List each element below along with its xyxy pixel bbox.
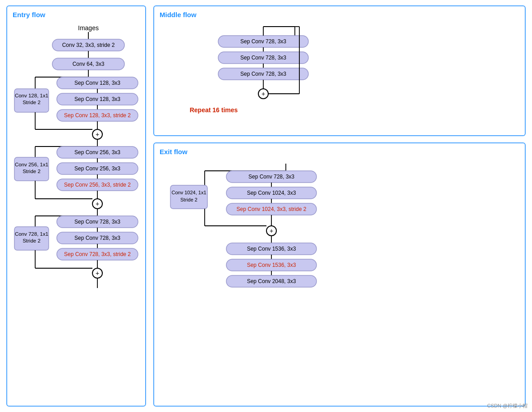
exit-flow-title: Exit flow [160, 148, 519, 156]
middle-flow-panel: Middle flow Sep Conv 728, 3x3 Sep Conv 7… [153, 5, 526, 136]
svg-text:Sep Conv 728, 3x3: Sep Conv 728, 3x3 [248, 174, 294, 180]
svg-text:Sep Conv 728, 3x3: Sep Conv 728, 3x3 [240, 55, 286, 61]
entry-flow-svg: Images Conv 32, 3x3, stride 2 Conv 64, 3… [13, 22, 142, 396]
svg-text:+: + [96, 200, 99, 207]
exit-flow-panel: Exit flow Conv 1024, 1x1 Stride 2 Sep Co [153, 142, 526, 407]
middle-flow-svg: Sep Conv 728, 3x3 Sep Conv 728, 3x3 Sep … [160, 22, 353, 130]
middle-flow-title: Middle flow [160, 11, 519, 18]
middle-flow-diagram: Sep Conv 728, 3x3 Sep Conv 728, 3x3 Sep … [160, 22, 519, 132]
svg-text:Sep Conv 1536, 3x3: Sep Conv 1536, 3x3 [247, 262, 296, 268]
entry-flow-diagram: Images Conv 32, 3x3, stride 2 Conv 64, 3… [13, 22, 142, 398]
svg-text:Sep Conv 1024, 3x3: Sep Conv 1024, 3x3 [247, 190, 296, 196]
svg-text:Sep Conv 728, 3x3, stride 2: Sep Conv 728, 3x3, stride 2 [64, 251, 131, 257]
svg-text:+: + [270, 227, 273, 234]
svg-text:Repeat 16 times: Repeat 16 times [190, 106, 238, 114]
svg-text:+: + [96, 270, 99, 277]
entry-flow-panel: Entry flow Images Conv 32, 3x3, stride 2… [6, 5, 146, 407]
svg-text:Sep Conv 2048, 3x3: Sep Conv 2048, 3x3 [247, 278, 296, 284]
svg-text:Sep Conv 256, 3x3, stride 2: Sep Conv 256, 3x3, stride 2 [64, 182, 131, 188]
svg-text:Sep Conv 728, 3x3: Sep Conv 728, 3x3 [74, 219, 120, 225]
main-container: Entry flow Images Conv 32, 3x3, stride 2… [0, 0, 532, 412]
svg-text:Sep Conv 1536, 3x3: Sep Conv 1536, 3x3 [247, 246, 296, 252]
svg-text:Sep Conv 128, 3x3: Sep Conv 128, 3x3 [74, 80, 120, 86]
right-column: Middle flow Sep Conv 728, 3x3 Sep Conv 7… [153, 5, 526, 407]
svg-text:Conv 64, 3x3: Conv 64, 3x3 [73, 61, 105, 67]
svg-text:Sep Conv 256, 3x3: Sep Conv 256, 3x3 [74, 149, 120, 156]
entry-flow-title: Entry flow [13, 11, 140, 18]
svg-text:Images: Images [78, 24, 99, 32]
svg-text:Sep Conv 128, 3x3: Sep Conv 128, 3x3 [74, 96, 120, 102]
svg-text:+: + [261, 90, 265, 97]
watermark: CSDN @柠檬小帽 [487, 403, 527, 409]
svg-text:Stride 2: Stride 2 [23, 100, 41, 105]
svg-text:+: + [96, 131, 99, 138]
svg-text:Stride 2: Stride 2 [180, 197, 197, 202]
svg-text:Conv 728, 1x1: Conv 728, 1x1 [15, 231, 48, 237]
svg-text:Conv 1024, 1x1: Conv 1024, 1x1 [171, 190, 206, 195]
exit-flow-svg: Conv 1024, 1x1 Stride 2 Sep Conv 728, 3x… [160, 159, 353, 394]
svg-text:Sep Conv 728, 3x3: Sep Conv 728, 3x3 [240, 38, 286, 45]
exit-flow-diagram: Conv 1024, 1x1 Stride 2 Sep Conv 728, 3x… [160, 159, 519, 395]
svg-text:Sep Conv 728, 3x3: Sep Conv 728, 3x3 [74, 235, 120, 241]
svg-text:Stride 2: Stride 2 [23, 169, 41, 174]
svg-text:Conv 32, 3x3, stride 2: Conv 32, 3x3, stride 2 [62, 42, 115, 48]
svg-text:Sep Conv 128, 3x3, stride 2: Sep Conv 128, 3x3, stride 2 [64, 112, 131, 119]
svg-text:Sep Conv 1024, 3x3, stride 2: Sep Conv 1024, 3x3, stride 2 [237, 206, 307, 212]
svg-text:Sep Conv 256, 3x3: Sep Conv 256, 3x3 [74, 165, 120, 172]
svg-text:Conv 128, 1x1: Conv 128, 1x1 [15, 93, 48, 98]
svg-text:Stride 2: Stride 2 [23, 238, 41, 243]
svg-text:Conv 256, 1x1: Conv 256, 1x1 [15, 162, 48, 167]
svg-text:Sep Conv 728, 3x3: Sep Conv 728, 3x3 [240, 71, 286, 77]
